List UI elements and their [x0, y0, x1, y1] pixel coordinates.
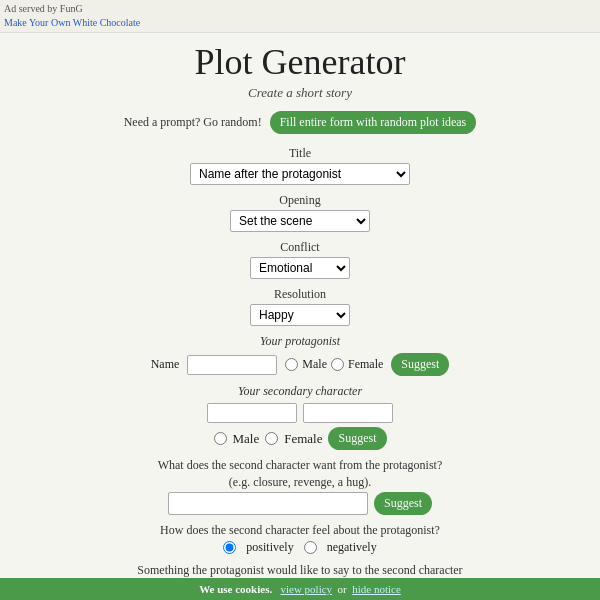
second-wants-suggest-row: Suggest [20, 492, 580, 515]
protagonist-name-input[interactable] [187, 355, 277, 375]
protagonist-name-label: Name [151, 357, 180, 372]
secondary-female-label: Female [284, 431, 322, 447]
resolution-select[interactable]: Happy Sad Ambiguous Bittersweet [250, 304, 350, 326]
opening-label: Opening [20, 193, 580, 208]
conflict-select[interactable]: Emotional Physical Moral Social [250, 257, 350, 279]
ad-label: Ad served by FunG [4, 2, 596, 16]
protagonist-male-radio[interactable] [285, 358, 298, 371]
cookie-hide-link[interactable]: hide notice [352, 583, 401, 595]
secondary-female-radio[interactable] [265, 432, 278, 445]
secondary-male-label: Male [233, 431, 260, 447]
second-wants-suggest-button[interactable]: Suggest [374, 492, 432, 515]
page-title: Plot Generator [20, 41, 580, 83]
conflict-label: Conflict [20, 240, 580, 255]
title-select[interactable]: Name after the protagonist Name after th… [190, 163, 410, 185]
ad-link[interactable]: Make Your Own White Chocolate [4, 17, 140, 28]
cookie-bar: We use cookies. view policy or hide noti… [0, 578, 600, 600]
main-container: Plot Generator Create a short story Need… [0, 33, 600, 600]
ad-bar: Ad served by FunG Make Your Own White Ch… [0, 0, 600, 33]
second-wants-sublabel: (e.g. closure, revenge, a hug). [20, 475, 580, 490]
protagonist-title: Your protagonist [20, 334, 580, 349]
page-subtitle: Create a short story [20, 85, 580, 101]
second-feel-positive-label: positively [246, 540, 293, 555]
random-fill-button[interactable]: Fill entire form with random plot ideas [270, 111, 477, 134]
second-feel-negative-label: negatively [327, 540, 377, 555]
random-prompt-text: Need a prompt? Go random! [124, 115, 262, 130]
second-wants-label: What does the second character want from… [20, 458, 580, 473]
protagonist-suggest-button[interactable]: Suggest [391, 353, 449, 376]
second-feel-positive-radio[interactable] [223, 541, 236, 554]
cookie-view-policy-link[interactable]: view policy [280, 583, 332, 595]
protagonist-male-label: Male [302, 357, 327, 372]
second-wants-group: What does the second character want from… [20, 458, 580, 515]
secondary-name-row [20, 403, 580, 423]
cookie-or: or [338, 583, 347, 595]
conflict-field-group: Conflict Emotional Physical Moral Social [20, 240, 580, 279]
secondary-male-radio[interactable] [214, 432, 227, 445]
secondary-suggest-button[interactable]: Suggest [328, 427, 386, 450]
protagonist-say-label: Something the protagonist would like to … [20, 563, 580, 578]
protagonist-female-radio[interactable] [331, 358, 344, 371]
protagonist-female-label: Female [348, 357, 383, 372]
title-field-group: Title Name after the protagonist Name af… [20, 146, 580, 185]
secondary-title: Your secondary character [20, 384, 580, 399]
secondary-gender-row: Male Female Suggest [20, 427, 580, 450]
cookie-text: We use cookies. [199, 583, 272, 595]
secondary-group: Your secondary character Male Female Sug… [20, 384, 580, 450]
second-feel-row: positively negatively [20, 540, 580, 555]
opening-select[interactable]: Set the scene Action opening Dialogue op… [230, 210, 370, 232]
opening-field-group: Opening Set the scene Action opening Dia… [20, 193, 580, 232]
second-wants-input[interactable] [168, 492, 368, 515]
second-feel-negative-radio[interactable] [304, 541, 317, 554]
protagonist-gender-group: Male Female [285, 357, 383, 372]
second-feel-label: How does the second character feel about… [20, 523, 580, 538]
secondary-name-input2[interactable] [303, 403, 393, 423]
secondary-name-input1[interactable] [207, 403, 297, 423]
protagonist-row: Name Male Female Suggest [20, 353, 580, 376]
random-row: Need a prompt? Go random! Fill entire fo… [20, 111, 580, 134]
protagonist-group: Your protagonist Name Male Female Sugges… [20, 334, 580, 376]
title-label: Title [20, 146, 580, 161]
resolution-label: Resolution [20, 287, 580, 302]
resolution-field-group: Resolution Happy Sad Ambiguous Bitterswe… [20, 287, 580, 326]
second-feel-group: How does the second character feel about… [20, 523, 580, 555]
